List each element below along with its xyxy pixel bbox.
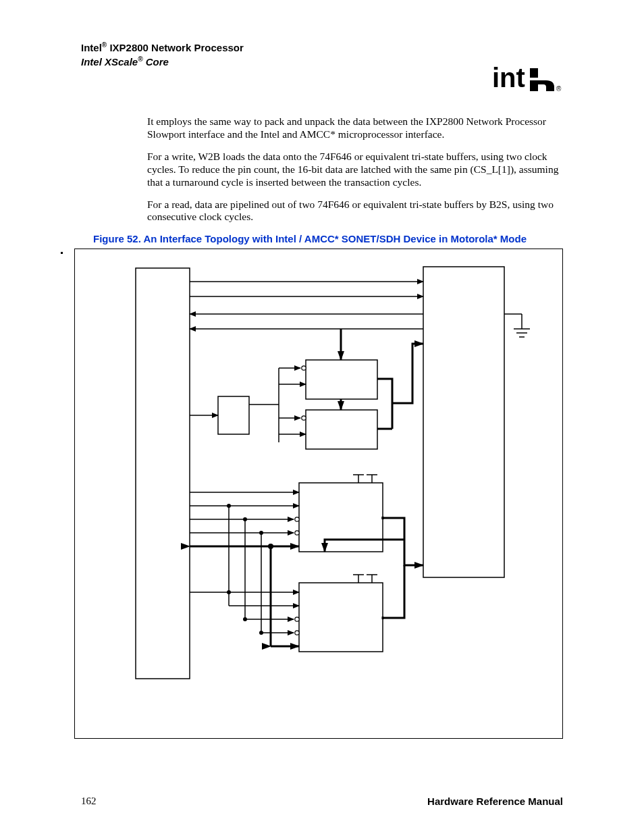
buffer-upper-2: [306, 410, 377, 449]
core-suffix: Core: [143, 56, 169, 68]
figure-caption: Figure 52. An Interface Topology with In…: [93, 233, 563, 244]
header-line-1: Intel® IXP2800 Network Processor: [81, 41, 563, 55]
left-processor-block: [136, 268, 190, 679]
paragraph-1: It employs the same way to pack and unpa…: [147, 115, 563, 141]
document-header: Intel® IXP2800 Network Processor Intel X…: [81, 41, 563, 68]
small-converter-block: [218, 396, 249, 434]
buffer-lower-1: [299, 483, 383, 552]
svg-text:®: ®: [556, 85, 562, 93]
bullet-dot: [61, 252, 63, 254]
right-device-block: [423, 267, 504, 577]
header-line-2: Intel XScale® Core: [81, 55, 563, 69]
body-text: It employs the same way to pack and unpa…: [147, 115, 563, 224]
brand-prefix: Intel: [81, 42, 102, 53]
paragraph-3: For a read, data are pipelined out of tw…: [147, 199, 563, 224]
svg-point-15: [302, 366, 306, 370]
core-prefix: Intel XScale: [81, 56, 138, 68]
svg-text:int: int: [492, 64, 525, 93]
svg-point-41: [295, 617, 299, 621]
intel-logo-icon: int ®: [492, 64, 566, 95]
svg-point-55: [268, 544, 273, 549]
page: Intel® IXP2800 Network Processor Intel X…: [0, 0, 644, 834]
svg-point-18: [302, 416, 306, 420]
registered-mark: ®: [138, 55, 142, 63]
interface-topology-diagram-icon: [75, 249, 564, 739]
buffer-upper-1: [306, 360, 377, 399]
buffer-lower-2: [299, 583, 383, 652]
product-name: IXP2800 Network Processor: [107, 42, 244, 53]
paragraph-2: For a write, W2B loads the data onto the…: [147, 151, 563, 189]
ground-symbol-icon: [504, 314, 530, 337]
manual-title: Hardware Reference Manual: [427, 796, 563, 807]
page-number: 162: [81, 796, 97, 806]
svg-point-26: [295, 517, 299, 521]
figure-52-diagram: [74, 249, 563, 739]
page-footer: 162 Hardware Reference Manual: [81, 796, 563, 807]
svg-point-43: [295, 631, 299, 635]
svg-point-28: [295, 531, 299, 535]
